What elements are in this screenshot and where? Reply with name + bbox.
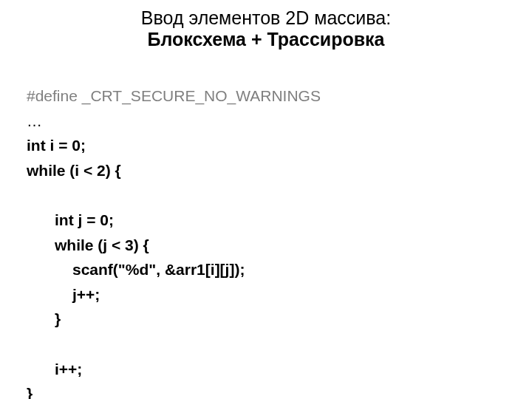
- title-line-1: Ввод элементов 2D массива:: [22, 7, 510, 29]
- code-line-4: while (i < 2) {: [27, 162, 121, 179]
- code-line-12: i++;: [27, 357, 82, 382]
- code-line-13: }: [27, 385, 33, 399]
- code-line-10: }: [27, 307, 61, 332]
- code-line-1: #define _CRT_SECURE_NO_WARNINGS: [27, 87, 321, 104]
- code-line-7: while (j < 3) {: [27, 233, 149, 258]
- title-line-2: Блоксхема + Трассировка: [22, 29, 510, 50]
- code-line-8: scanf("%d", &arr1[i][j]);: [27, 257, 245, 282]
- slide-title: Ввод элементов 2D массива: Блоксхема + Т…: [22, 7, 510, 50]
- code-line-2: …: [27, 112, 42, 129]
- slide: Ввод элементов 2D массива: Блоксхема + Т…: [0, 0, 532, 399]
- code-block: #define _CRT_SECURE_NO_WARNINGS … int i …: [22, 59, 510, 400]
- code-line-6: int j = 0;: [27, 208, 114, 233]
- code-line-3: int i = 0;: [27, 137, 86, 154]
- code-line-9: j++;: [27, 282, 100, 307]
